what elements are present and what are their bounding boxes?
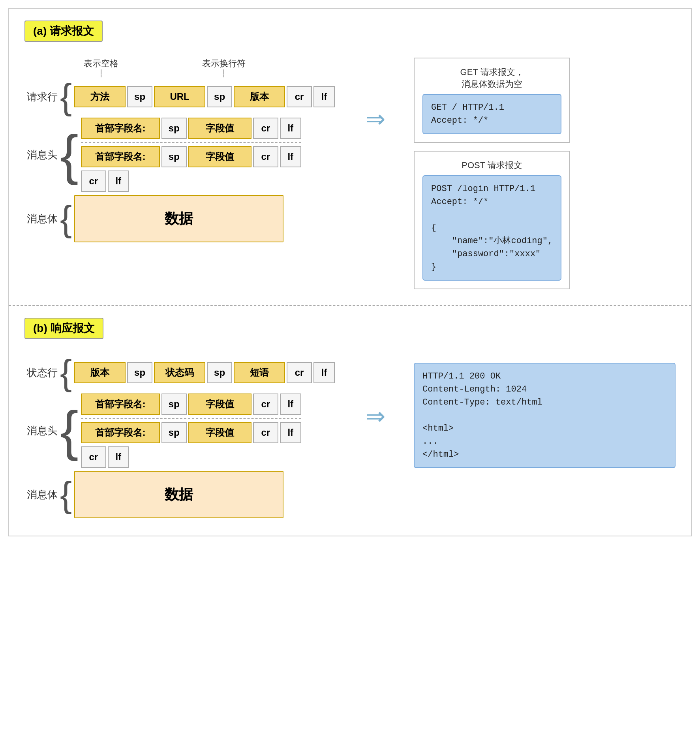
request-arrow: ⇒ [358, 105, 390, 133]
response-header-label: 消息头 [24, 394, 60, 468]
request-body-label: 消息体 [24, 195, 60, 242]
lf3-cell: lf [280, 146, 301, 167]
resp-header-name-2: 首部字段名: [81, 422, 160, 443]
post-example: POST 请求报文 POST /login HTTP/1.1 Accept: *… [414, 151, 570, 289]
request-line-cells-row: 方法 sp URL sp 版本 cr lf [74, 86, 335, 107]
resp-body-container: 数据 [74, 471, 335, 518]
resp-lf2-cell: lf [280, 394, 301, 415]
resp-lf4-cell: lf [108, 446, 129, 468]
post-title: POST 请求报文 [422, 159, 561, 171]
response-label: (b) 响应报文 [24, 318, 103, 339]
get-example: GET 请求报文，消息体数据为空 GET / HTTP/1.1 Accept: … [414, 58, 570, 143]
header-name-1-cell: 首部字段名: [81, 118, 160, 139]
header-row-1: 首部字段名: sp 字段值 cr lf [81, 118, 301, 139]
request-brace: { [60, 79, 72, 114]
annotation-row: 表示空格 表示换行符 [24, 58, 335, 77]
cr4-cell: cr [81, 171, 106, 192]
request-line-label: 请求行 [24, 79, 60, 114]
lf1-cell: lf [313, 86, 335, 107]
resp-field-val-1: 字段值 [188, 394, 251, 415]
request-label: (a) 请求报文 [24, 21, 103, 42]
resp-sp3-cell: sp [161, 394, 187, 415]
request-examples: GET 请求报文，消息体数据为空 GET / HTTP/1.1 Accept: … [414, 58, 570, 289]
response-example-container: HTTP/1.1 200 OK Content-Length: 1024 Con… [414, 355, 676, 468]
request-line-cells: 方法 sp URL sp 版本 cr lf [74, 79, 335, 114]
resp-header-row-2: 首部字段名: sp 字段值 cr lf [81, 422, 301, 443]
request-body-group: 消息体 { 数据 [24, 195, 335, 242]
resp-lf3-cell: lf [280, 422, 301, 443]
resp-header-name-1: 首部字段名: [81, 394, 160, 415]
resp-cr3-cell: cr [253, 422, 278, 443]
response-code: HTTP/1.1 200 OK Content-Length: 1024 Con… [414, 363, 676, 468]
crlf-row: cr lf [81, 171, 301, 192]
newline-annotation: 表示换行符 [202, 58, 246, 77]
request-diagram-row: 表示空格 表示换行符 请求行 { 方法 [24, 58, 676, 289]
resp-sp1-cell: sp [127, 362, 152, 383]
header-brace: { [60, 118, 79, 192]
method-cell: 方法 [74, 86, 126, 107]
resp-status-cell: 状态码 [154, 362, 205, 383]
field-val-2-cell: 字段值 [188, 146, 251, 167]
space-annotation: 表示空格 [84, 58, 118, 77]
resp-crlf-row: cr lf [81, 446, 301, 468]
header-name-2-cell: 首部字段名: [81, 146, 160, 167]
resp-cr4-cell: cr [81, 446, 106, 468]
get-title: GET 请求报文，消息体数据为空 [422, 66, 561, 90]
resp-header-cells: 首部字段名: sp 字段值 cr lf 首部字段名: sp 字段值 [81, 394, 301, 468]
body-data-container: 数据 [74, 195, 335, 242]
response-body-label: 消息体 [24, 471, 60, 518]
resp-header-separator [81, 418, 301, 419]
request-header-label: 消息头 [24, 118, 60, 192]
status-line-label: 状态行 [24, 355, 60, 390]
resp-cr1-cell: cr [287, 362, 312, 383]
arrow-icon: ⇒ [366, 105, 383, 133]
sp1-cell: sp [127, 86, 152, 107]
response-arrow: ⇒ [358, 402, 390, 430]
body-brace: { [60, 195, 72, 242]
resp-arrow-icon: ⇒ [366, 402, 383, 430]
status-line-group: 状态行 { 版本 sp 状态码 sp 短语 cr lf [24, 355, 335, 390]
resp-cr2-cell: cr [253, 394, 278, 415]
response-headers-group: 消息头 { 首部字段名: sp 字段值 cr lf [24, 394, 335, 468]
field-val-1-cell: 字段值 [188, 118, 251, 139]
resp-header-row-1: 首部字段名: sp 字段值 cr lf [81, 394, 301, 415]
status-line-cells: 版本 sp 状态码 sp 短语 cr lf [74, 355, 335, 390]
resp-lf1-cell: lf [313, 362, 335, 383]
resp-sp2-cell: sp [207, 362, 232, 383]
sp2-cell: sp [207, 86, 232, 107]
resp-body-brace: { [60, 471, 72, 518]
get-code: GET / HTTP/1.1 Accept: */* [422, 94, 561, 134]
status-brace: { [60, 355, 72, 390]
sp3-cell: sp [161, 118, 187, 139]
resp-sp4-cell: sp [161, 422, 187, 443]
post-code: POST /login HTTP/1.1 Accept: */* { "name… [422, 175, 561, 281]
response-body-group: 消息体 { 数据 [24, 471, 335, 518]
request-left-diagram: 表示空格 表示换行符 请求行 { 方法 [24, 58, 335, 244]
body-data-cell: 数据 [74, 195, 283, 242]
resp-body-data: 数据 [74, 471, 283, 518]
header-separator [81, 142, 301, 143]
status-line-cells-row: 版本 sp 状态码 sp 短语 cr lf [74, 362, 335, 383]
header-row-2: 首部字段名: sp 字段值 cr lf [81, 146, 301, 167]
request-line-group: 请求行 { 方法 sp URL sp 版本 cr lf [24, 79, 335, 114]
lf4-cell: lf [108, 171, 129, 192]
url-cell: URL [154, 86, 205, 107]
version-cell: 版本 [234, 86, 285, 107]
lf2-cell: lf [280, 118, 301, 139]
cr2-cell: cr [253, 118, 278, 139]
resp-short-cell: 短语 [234, 362, 285, 383]
resp-header-brace: { [60, 394, 79, 468]
response-left-diagram: 状态行 { 版本 sp 状态码 sp 短语 cr lf [24, 355, 335, 520]
response-diagram-row: 状态行 { 版本 sp 状态码 sp 短语 cr lf [24, 355, 676, 520]
resp-version-cell: 版本 [74, 362, 126, 383]
sp4-cell: sp [161, 146, 187, 167]
header-cells: 首部字段名: sp 字段值 cr lf 首部字段名: sp 字段值 [81, 118, 301, 192]
main-container: (a) 请求报文 表示空格 表示换行符 [8, 8, 692, 536]
cr3-cell: cr [253, 146, 278, 167]
cr1-cell: cr [287, 86, 312, 107]
request-section: (a) 请求报文 表示空格 表示换行符 [9, 9, 691, 306]
resp-field-val-2: 字段值 [188, 422, 251, 443]
response-section: (b) 响应报文 状态行 { 版本 sp 状态码 sp [9, 306, 691, 536]
request-headers-group: 消息头 { 首部字段名: sp 字段值 cr lf [24, 118, 335, 192]
